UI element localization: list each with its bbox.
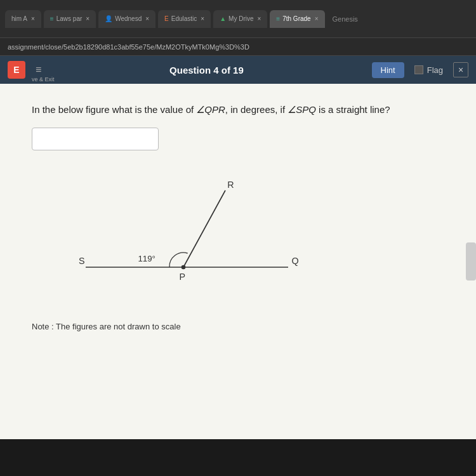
- close-button[interactable]: ×: [453, 62, 468, 77]
- tab-edulastic[interactable]: E Edulastic ×: [158, 10, 211, 28]
- hamburger-icon[interactable]: ≡: [36, 64, 41, 76]
- hint-button[interactable]: Hint: [372, 62, 404, 78]
- flag-area[interactable]: Flag: [414, 65, 443, 75]
- question-text: In the below figure what is the value of…: [32, 103, 444, 117]
- figure-svg: S Q P R 119°: [70, 169, 311, 309]
- svg-text:S: S: [79, 255, 85, 265]
- svg-text:P: P: [179, 271, 185, 281]
- address-text: assignment/close/5eb2b18290d81c3abf55e75…: [8, 43, 249, 51]
- save-exit-label[interactable]: ve & Exit: [32, 76, 55, 83]
- extra-tab-label: Genesis: [333, 15, 358, 23]
- flag-label: Flag: [427, 65, 443, 75]
- answer-input[interactable]: [32, 128, 159, 150]
- app-header: E ≡ Question 4 of 19 Hint Flag × ve & Ex…: [0, 56, 476, 84]
- geometry-figure: S Q P R 119°: [70, 169, 311, 309]
- tab-7thgrade[interactable]: ≡ 7th Grade ×: [270, 10, 324, 28]
- address-bar: assignment/close/5eb2b18290d81c3abf55e75…: [0, 38, 476, 56]
- svg-text:Q: Q: [292, 255, 299, 265]
- scroll-indicator[interactable]: [466, 242, 476, 281]
- note-text: Note : The figures are not drawn to scal…: [32, 322, 444, 331]
- svg-text:119°: 119°: [138, 254, 155, 263]
- main-content: In the below figure what is the value of…: [0, 84, 476, 439]
- tab-drive[interactable]: ▲ My Drive ×: [213, 10, 267, 28]
- flag-checkbox[interactable]: [414, 65, 423, 74]
- tab-laws[interactable]: ≡ Laws par ×: [44, 10, 96, 28]
- svg-point-2: [182, 265, 186, 269]
- svg-text:R: R: [227, 179, 234, 189]
- tab-wednesday[interactable]: 👤 Wednesd ×: [98, 10, 155, 28]
- tab-him[interactable]: him A ×: [5, 10, 41, 28]
- question-counter: Question 4 of 19: [51, 65, 361, 76]
- app-logo: E: [8, 61, 25, 79]
- browser-tabs: him A × ≡ Laws par × 👤 Wednesd × E Edula…: [0, 0, 476, 38]
- svg-line-1: [183, 190, 225, 267]
